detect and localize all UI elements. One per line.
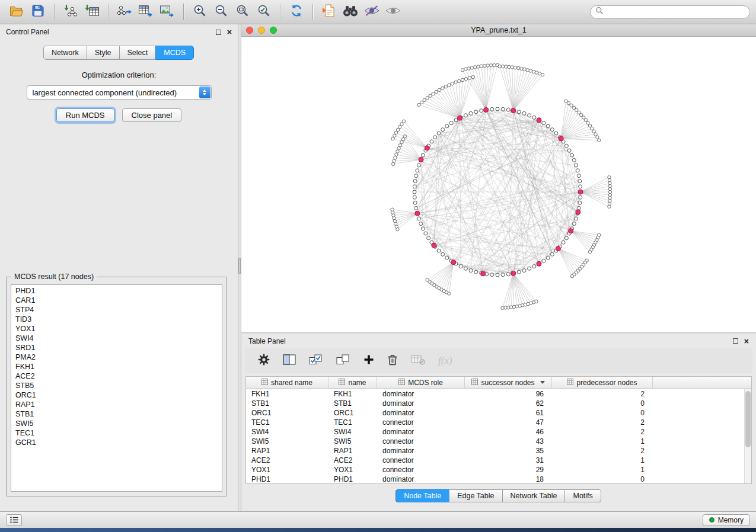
network-node[interactable] xyxy=(474,110,478,114)
network-edge[interactable] xyxy=(519,208,579,272)
network-node[interactable] xyxy=(414,174,418,178)
tab-mcds[interactable]: MCDS xyxy=(155,46,194,60)
network-node[interactable] xyxy=(535,71,538,74)
network-node[interactable] xyxy=(572,222,576,226)
network-edge[interactable] xyxy=(580,186,610,192)
network-node[interactable] xyxy=(426,278,429,281)
splitter-grip[interactable] xyxy=(238,258,241,274)
network-node[interactable] xyxy=(394,156,397,159)
network-edge[interactable] xyxy=(430,96,460,118)
table-row[interactable]: STB1STB1dominator620 xyxy=(246,399,744,408)
open-file-button[interactable] xyxy=(6,2,27,21)
network-dominator-node[interactable] xyxy=(415,211,420,216)
network-node[interactable] xyxy=(511,66,513,69)
network-node[interactable] xyxy=(546,256,550,259)
network-node[interactable] xyxy=(496,107,499,111)
network-dominator-node[interactable] xyxy=(419,157,423,162)
network-node[interactable] xyxy=(461,69,464,72)
network-edge[interactable] xyxy=(558,249,580,269)
table-cell-name[interactable]: SWI4 xyxy=(328,428,377,436)
mcds-result-item[interactable]: SRD1 xyxy=(11,343,222,352)
columns-button[interactable] xyxy=(283,354,296,367)
network-node[interactable] xyxy=(567,102,570,105)
table-cell-predecessors[interactable]: 0 xyxy=(552,475,653,483)
network-edge[interactable] xyxy=(421,159,580,187)
table-cell-name[interactable]: PHD1 xyxy=(328,475,377,483)
table-cell-name[interactable]: SWI5 xyxy=(328,437,377,446)
network-dominator-node[interactable] xyxy=(457,116,462,120)
network-edge[interactable] xyxy=(558,249,572,277)
network-node[interactable] xyxy=(588,251,591,254)
network-node[interactable] xyxy=(459,265,462,268)
mcds-result-item[interactable]: GCR1 xyxy=(11,438,222,447)
network-node[interactable] xyxy=(441,252,445,256)
column-header-MCDS-role[interactable]: MCDS role xyxy=(377,377,465,388)
network-edge[interactable] xyxy=(558,249,582,267)
network-node[interactable] xyxy=(564,144,568,148)
network-node[interactable] xyxy=(570,104,573,107)
network-node[interactable] xyxy=(397,147,400,150)
network-dominator-node[interactable] xyxy=(511,271,516,275)
network-node[interactable] xyxy=(489,64,492,67)
zoom-fit-button[interactable] xyxy=(232,2,253,21)
gear-button[interactable] xyxy=(258,354,270,368)
network-node[interactable] xyxy=(454,118,458,122)
network-node[interactable] xyxy=(464,68,467,70)
network-node[interactable] xyxy=(429,94,432,97)
network-node[interactable] xyxy=(506,108,510,111)
scrollbar-thumb[interactable] xyxy=(745,391,751,447)
network-node[interactable] xyxy=(513,66,516,69)
network-node[interactable] xyxy=(562,241,565,244)
save-session-button[interactable] xyxy=(27,2,49,21)
network-node[interactable] xyxy=(449,121,453,125)
network-dominator-node[interactable] xyxy=(451,260,456,265)
network-edge[interactable] xyxy=(421,160,571,230)
network-node[interactable] xyxy=(470,66,473,69)
network-edge[interactable] xyxy=(571,231,592,250)
table-cell-name[interactable]: TEC1 xyxy=(328,418,377,427)
tab-edge-table[interactable]: Edge Table xyxy=(449,489,502,502)
network-node[interactable] xyxy=(501,107,505,111)
mcds-result-item[interactable]: STB1 xyxy=(11,409,222,419)
table-cell-shared_name[interactable]: TEC1 xyxy=(246,418,328,427)
mcds-result-item[interactable]: RAP1 xyxy=(11,400,222,409)
add-row-button[interactable] xyxy=(363,354,374,367)
table-cell-shared_name[interactable]: RAP1 xyxy=(246,447,328,455)
network-edge[interactable] xyxy=(402,142,422,159)
network-edge[interactable] xyxy=(423,130,442,229)
network-node[interactable] xyxy=(578,111,580,114)
network-node[interactable] xyxy=(458,79,461,82)
network-node[interactable] xyxy=(532,265,536,268)
network-canvas[interactable] xyxy=(241,37,756,331)
network-node[interactable] xyxy=(464,78,467,81)
network-node[interactable] xyxy=(496,273,499,277)
network-node[interactable] xyxy=(546,124,550,128)
table-cell-predecessors[interactable]: 1 xyxy=(552,466,653,474)
show-panels-button[interactable] xyxy=(6,514,22,526)
clone-network-button[interactable] xyxy=(318,2,340,21)
network-node[interactable] xyxy=(454,81,457,84)
network-node[interactable] xyxy=(437,132,441,135)
network-node[interactable] xyxy=(464,114,467,117)
network-node[interactable] xyxy=(532,70,535,73)
network-node[interactable] xyxy=(542,259,546,262)
network-edge[interactable] xyxy=(508,273,513,307)
table-row[interactable]: SWI4SWI4dominator462 xyxy=(246,427,744,437)
mcds-result-item[interactable]: YOX1 xyxy=(11,324,222,334)
network-node[interactable] xyxy=(480,65,483,68)
network-dominator-node[interactable] xyxy=(556,246,560,251)
show-details-button[interactable] xyxy=(382,2,404,21)
table-cell-successors[interactable]: 29 xyxy=(465,466,552,474)
table-cell-role[interactable]: dominator xyxy=(377,390,465,398)
network-node[interactable] xyxy=(417,164,420,167)
table-cell-predecessors[interactable]: 1 xyxy=(552,437,653,446)
mcds-result-item[interactable]: SWI5 xyxy=(11,419,222,428)
network-node[interactable] xyxy=(398,144,401,147)
network-node[interactable] xyxy=(564,236,568,240)
network-edge[interactable] xyxy=(580,192,610,198)
network-node[interactable] xyxy=(570,153,574,157)
criterion-dropdown[interactable]: largest connected component (undirected) xyxy=(27,85,212,100)
network-node[interactable] xyxy=(437,249,441,252)
table-row[interactable]: ORC1ORC1dominator610 xyxy=(246,408,744,418)
table-cell-name[interactable]: YOX1 xyxy=(328,466,377,474)
